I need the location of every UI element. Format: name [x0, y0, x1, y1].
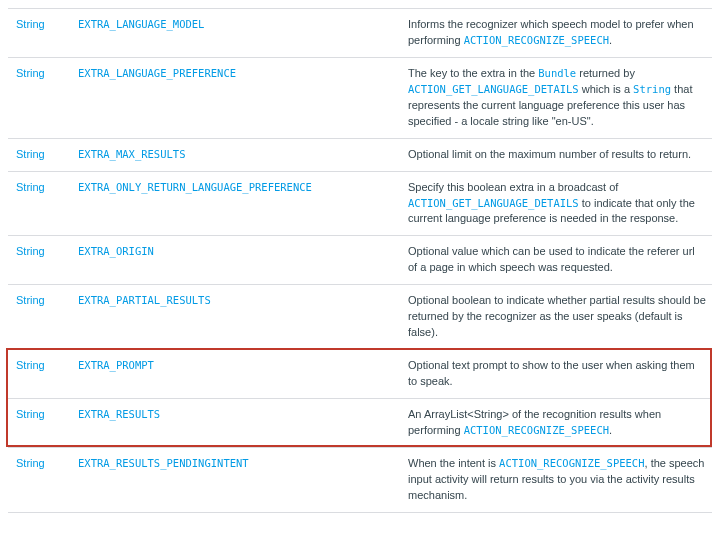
constant-link[interactable]: EXTRA_RESULTS_PENDINGINTENT [78, 457, 249, 469]
desc-cell: Informs the recognizer which speech mode… [400, 9, 712, 58]
type-link[interactable]: String [16, 245, 45, 257]
api-link[interactable]: ACTION_RECOGNIZE_SPEECH [464, 34, 609, 46]
constant-cell: EXTRA_ONLY_RETURN_LANGUAGE_PREFERENCE [70, 171, 400, 236]
desc-cell: Optional text prompt to show to the user… [400, 350, 712, 399]
desc-cell: When the intent is ACTION_RECOGNIZE_SPEE… [400, 447, 712, 512]
type-link[interactable]: String [16, 148, 45, 160]
constant-cell: EXTRA_MAX_RESULTS [70, 138, 400, 171]
desc-text: Specify this boolean extra in a broadcas… [408, 181, 618, 193]
api-link[interactable]: String [633, 83, 671, 95]
desc-text: which is a [579, 83, 633, 95]
table-row: String EXTRA_ORIGIN Optional value which… [8, 236, 712, 285]
api-link[interactable]: ACTION_RECOGNIZE_SPEECH [499, 457, 644, 469]
constant-cell: EXTRA_RESULTS_PENDINGINTENT [70, 447, 400, 512]
type-cell: String [8, 138, 70, 171]
type-cell: String [8, 285, 70, 350]
constant-link[interactable]: EXTRA_ORIGIN [78, 245, 154, 257]
api-link[interactable]: ACTION_RECOGNIZE_SPEECH [464, 424, 609, 436]
type-link[interactable]: String [16, 181, 45, 193]
constant-link[interactable]: EXTRA_PROMPT [78, 359, 154, 371]
table-wrap: String EXTRA_LANGUAGE_MODEL Informs the … [8, 8, 712, 513]
desc-text: Optional limit on the maximum number of … [408, 148, 691, 160]
constant-cell: EXTRA_LANGUAGE_MODEL [70, 9, 400, 58]
api-link[interactable]: Bundle [538, 67, 576, 79]
type-cell: String [8, 9, 70, 58]
type-link[interactable]: String [16, 408, 45, 420]
table-row: String EXTRA_RESULTS_PENDINGINTENT When … [8, 447, 712, 512]
constant-link[interactable]: EXTRA_MAX_RESULTS [78, 148, 185, 160]
desc-text: Optional value which can be used to indi… [408, 245, 695, 273]
desc-cell: Optional boolean to indicate whether par… [400, 285, 712, 350]
desc-text: Optional text prompt to show to the user… [408, 359, 695, 387]
desc-text: Optional boolean to indicate whether par… [408, 294, 706, 338]
constant-link[interactable]: EXTRA_LANGUAGE_MODEL [78, 18, 204, 30]
type-link[interactable]: String [16, 457, 45, 469]
type-cell: String [8, 171, 70, 236]
constant-cell: EXTRA_RESULTS [70, 398, 400, 447]
desc-cell: An ArrayList<String> of the recognition … [400, 398, 712, 447]
type-link[interactable]: String [16, 359, 45, 371]
desc-cell: Specify this boolean extra in a broadcas… [400, 171, 712, 236]
desc-cell: The key to the extra in the Bundle retur… [400, 57, 712, 138]
constant-link[interactable]: EXTRA_LANGUAGE_PREFERENCE [78, 67, 236, 79]
desc-text: . [609, 424, 612, 436]
desc-cell: Optional value which can be used to indi… [400, 236, 712, 285]
constant-link[interactable]: EXTRA_RESULTS [78, 408, 160, 420]
table-row: String EXTRA_PARTIAL_RESULTS Optional bo… [8, 285, 712, 350]
type-cell: String [8, 447, 70, 512]
constant-cell: EXTRA_PROMPT [70, 350, 400, 399]
table-row: String EXTRA_LANGUAGE_PREFERENCE The key… [8, 57, 712, 138]
type-link[interactable]: String [16, 18, 45, 30]
desc-text: . [609, 34, 612, 46]
desc-cell: Optional limit on the maximum number of … [400, 138, 712, 171]
table-row: String EXTRA_ONLY_RETURN_LANGUAGE_PREFER… [8, 171, 712, 236]
api-link[interactable]: ACTION_GET_LANGUAGE_DETAILS [408, 83, 579, 95]
type-cell: String [8, 398, 70, 447]
constant-link[interactable]: EXTRA_PARTIAL_RESULTS [78, 294, 211, 306]
table-row: String EXTRA_RESULTS An ArrayList<String… [8, 398, 712, 447]
type-cell: String [8, 236, 70, 285]
constant-cell: EXTRA_LANGUAGE_PREFERENCE [70, 57, 400, 138]
type-cell: String [8, 57, 70, 138]
desc-text: returned by [576, 67, 635, 79]
desc-text: The key to the extra in the [408, 67, 538, 79]
type-cell: String [8, 350, 70, 399]
desc-text: When the intent is [408, 457, 499, 469]
constant-cell: EXTRA_ORIGIN [70, 236, 400, 285]
constants-table: String EXTRA_LANGUAGE_MODEL Informs the … [8, 8, 712, 513]
table-row: String EXTRA_PROMPT Optional text prompt… [8, 350, 712, 399]
api-link[interactable]: ACTION_GET_LANGUAGE_DETAILS [408, 197, 579, 209]
table-row: String EXTRA_MAX_RESULTS Optional limit … [8, 138, 712, 171]
constant-link[interactable]: EXTRA_ONLY_RETURN_LANGUAGE_PREFERENCE [78, 181, 312, 193]
constant-cell: EXTRA_PARTIAL_RESULTS [70, 285, 400, 350]
type-link[interactable]: String [16, 294, 45, 306]
type-link[interactable]: String [16, 67, 45, 79]
table-row: String EXTRA_LANGUAGE_MODEL Informs the … [8, 9, 712, 58]
